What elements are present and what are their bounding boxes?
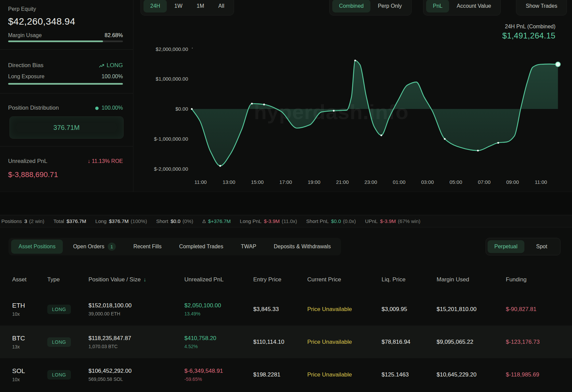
position-value-cell: $106,452,292.00569,050.58 SOL	[88, 368, 184, 382]
range-24h[interactable]: 24H	[144, 0, 167, 12]
summary-item-total: Total$376.7M	[53, 218, 86, 224]
margin-used-cell: $9,095,065.22	[437, 339, 506, 345]
range-all[interactable]: All	[212, 0, 231, 12]
unrealized-pnl-cell: $410,758.204.52%	[184, 335, 253, 349]
market-spot[interactable]: Spot	[525, 240, 559, 253]
section-gap	[0, 192, 572, 215]
metric-account-value[interactable]: Account Value	[450, 0, 498, 12]
tab-twap[interactable]: TWAP	[233, 240, 264, 254]
y-tick-label: $2,000,000.00	[128, 46, 188, 52]
y-tick-label: $-2,000,000.00	[128, 166, 188, 172]
data-point-marker	[354, 60, 356, 61]
col-funding: Funding	[506, 276, 572, 283]
show-trades-group: Show Trades	[516, 0, 567, 16]
summary-item-short-pnl: Short PnL$0.0(0.0x)	[306, 218, 356, 224]
margin-used-cell: $10,645,229.20	[437, 371, 506, 378]
col-type: Type	[47, 276, 88, 283]
col-position-value[interactable]: Position Value / Size↓	[88, 276, 184, 283]
positions-tabbar: Asset PositionsOpen Orders1Recent FillsC…	[8, 238, 341, 255]
chart-pnl-value: $1,491,264.15	[502, 31, 555, 40]
x-tick-label: 23:00	[360, 179, 382, 185]
table-header: Asset Type Position Value / Size↓ Unreal…	[0, 267, 572, 293]
asset-positions-table: Asset Type Position Value / Size↓ Unreal…	[0, 267, 572, 391]
y-tick-label: $-1,000,000.00	[128, 136, 188, 142]
entry-price-cell: $110,114.10	[253, 339, 307, 345]
mode-perp-only[interactable]: Perp Only	[371, 0, 409, 12]
asset-cell: SOL10x	[12, 367, 47, 382]
chart-pnl-label: 24H PnL (Combined)	[505, 24, 555, 30]
position-row-sol[interactable]: SOL10xLONG$106,452,292.00569,050.58 SOL$…	[0, 358, 572, 391]
sort-desc-icon: ↓	[144, 277, 146, 282]
x-tick-label: 07:00	[473, 179, 495, 185]
liq-price-cell: $3,009.95	[382, 306, 437, 313]
tab-asset-positions[interactable]: Asset Positions	[11, 240, 63, 254]
show-trades-button[interactable]: Show Trades	[519, 0, 564, 12]
tab-deposits-withdrawals[interactable]: Deposits & Withdrawals	[266, 240, 338, 254]
x-tick-label: 03:00	[417, 179, 438, 185]
x-tick-label: 19:00	[303, 179, 325, 185]
position-value-cell: $118,235,847.871,070.03 BTC	[88, 335, 184, 349]
current-price-cell: Price Unavailable	[307, 339, 382, 345]
summary-item-upnl: UPnL$-3.9M(67% win)	[365, 218, 420, 224]
type-cell: LONG	[47, 370, 88, 380]
position-row-btc[interactable]: BTC13xLONG$118,235,847.871,070.03 BTC$41…	[0, 326, 572, 358]
funding-cell: $-123,176.73	[506, 339, 572, 345]
x-tick-label: 21:00	[332, 179, 353, 185]
position-value-cell: $152,018,100.0039,000.00 ETH	[88, 302, 184, 316]
hyperdash-dashboard: Perp Equity $42,260,348.94 Margin Usage …	[0, 0, 572, 392]
type-cell: LONG	[47, 305, 88, 314]
position-row-eth[interactable]: ETH10xLONG$152,018,100.0039,000.00 ETH$2…	[0, 293, 572, 326]
long-badge: LONG	[47, 370, 71, 380]
summary-item-positions: Positions3(2 win)	[1, 218, 44, 224]
x-tick-label: 13:00	[218, 179, 240, 185]
range-1m[interactable]: 1M	[190, 0, 211, 12]
market-perpetual[interactable]: Perpetual	[488, 240, 524, 253]
x-tick-label: 11:00	[190, 179, 211, 185]
current-price-cell: Price Unavailable	[307, 306, 382, 313]
y-tick-label: $0.00	[128, 106, 188, 112]
tab-completed-trades[interactable]: Completed Trades	[172, 240, 231, 254]
tab-open-orders[interactable]: Open Orders1	[66, 240, 123, 254]
unrealized-pnl-cell: $2,050,100.0013.49%	[184, 302, 253, 316]
summary-item-long: Long$376.7M(100%)	[95, 218, 147, 224]
data-point-marker	[251, 103, 253, 104]
summary-item-short: Short$0.0(0%)	[156, 218, 193, 224]
entry-price-cell: $3,845.33	[253, 306, 307, 313]
data-point-marker	[263, 104, 265, 105]
mode-toggle-group: CombinedPerp Only	[329, 0, 412, 16]
metric-pnl[interactable]: PnL	[426, 0, 449, 12]
x-tick-label: 15:00	[246, 179, 268, 185]
unrealized-pnl-cell: $-6,349,548.91-59.65%	[184, 368, 253, 382]
x-tick-label: 17:00	[275, 179, 296, 185]
data-point-marker	[219, 165, 221, 167]
long-badge: LONG	[47, 337, 71, 347]
entry-price-cell: $198.2281	[253, 371, 307, 378]
positions-summary-bar: Positions3(2 win)Total$376.7MLong$376.7M…	[0, 215, 572, 227]
time-range-group: 24H1W1MAll	[140, 0, 234, 16]
asset-cell: ETH10x	[12, 302, 47, 317]
tab-recent-fills[interactable]: Recent Fills	[126, 240, 169, 254]
data-point-marker	[497, 142, 499, 144]
col-liq-price: Liq. Price	[382, 276, 437, 283]
data-point-marker	[477, 150, 479, 151]
type-cell: LONG	[47, 337, 88, 347]
data-point-marker	[444, 138, 446, 140]
funding-cell: $-90,827.81	[506, 306, 572, 313]
col-asset: Asset	[12, 276, 47, 283]
asset-cell: BTC13x	[12, 335, 47, 349]
x-tick-label: 09:00	[502, 179, 523, 185]
mode-combined[interactable]: Combined	[332, 0, 370, 12]
x-tick-label: 05:00	[445, 179, 467, 185]
data-point-marker	[191, 108, 192, 110]
tab-count-badge: 1	[108, 243, 116, 251]
col-entry-price: Entry Price	[253, 276, 307, 283]
col-current-price: Current Price	[307, 276, 382, 283]
summary-item-δ: Δ$+376.7M	[202, 218, 231, 224]
current-price-cell: Price Unavailable	[307, 371, 382, 378]
margin-used-cell: $15,201,810.00	[437, 306, 506, 313]
summary-item-long-pnl: Long PnL$-3.9M(11.0x)	[240, 218, 297, 224]
data-point-marker	[381, 135, 382, 136]
col-margin-used: Margin Used	[437, 276, 506, 283]
market-toggle: PerpetualSpot	[486, 238, 561, 255]
range-1w[interactable]: 1W	[167, 0, 189, 12]
